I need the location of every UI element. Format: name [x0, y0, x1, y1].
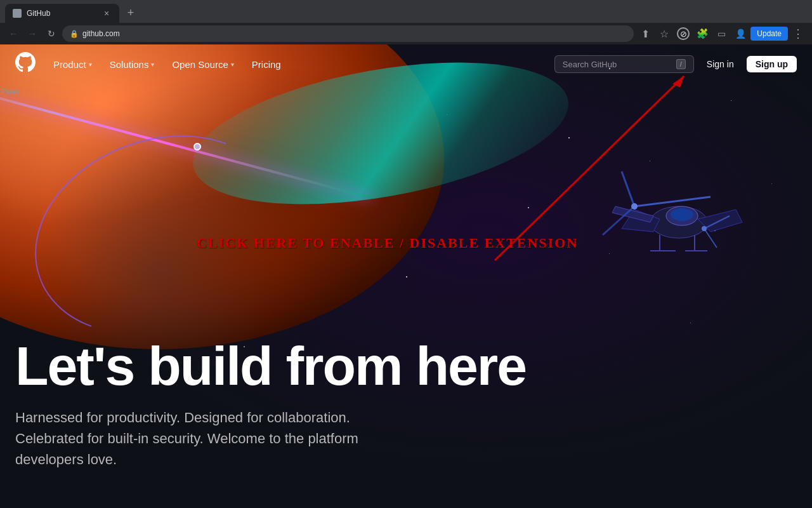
pricing-label: Pricing — [252, 59, 281, 70]
bookmark-button[interactable]: ☆ — [655, 25, 673, 43]
product-label: Product — [53, 59, 86, 70]
sidebar-button[interactable]: ▭ — [712, 25, 730, 43]
bookmark-icon: ☆ — [660, 28, 669, 40]
search-box[interactable]: Search GitHub / — [554, 55, 694, 73]
tab-favicon — [13, 9, 22, 18]
extension-icon: ⊘ — [677, 27, 690, 40]
nav-item-product[interactable]: Product ▾ — [46, 55, 100, 74]
github-nav: Product ▾ Solutions ▾ Open Source ▾ Pric… — [0, 44, 812, 84]
update-button[interactable]: Update — [750, 27, 788, 41]
search-placeholder: Search GitHub — [563, 60, 617, 69]
sidebar-icon: ▭ — [717, 29, 725, 39]
puzzle-icon: 🧩 — [697, 28, 709, 39]
github-logo[interactable] — [15, 52, 36, 77]
back-button[interactable]: ← — [5, 25, 22, 42]
reload-button[interactable]: ↻ — [43, 25, 60, 42]
nav-items: Product ▾ Solutions ▾ Open Source ▾ Pric… — [46, 55, 554, 74]
product-chevron: ▾ — [89, 61, 92, 68]
hero-section: Let's build from here Harnessed for prod… — [0, 337, 812, 470]
forward-icon: → — [28, 29, 37, 39]
open-source-chevron: ▾ — [231, 61, 234, 68]
reload-icon: ↻ — [48, 29, 55, 39]
hero-title: Let's build from here — [15, 337, 797, 394]
nav-item-pricing[interactable]: Pricing — [244, 55, 289, 74]
menu-button[interactable]: ⋮ — [789, 25, 807, 43]
profile-icon: 👤 — [735, 29, 746, 39]
orbit-dot — [193, 143, 201, 150]
tab-bar: GitHub × + — [0, 0, 812, 23]
lock-icon: 🔒 — [70, 30, 79, 38]
back-icon: ← — [9, 29, 18, 39]
svg-point-2 — [671, 208, 693, 221]
new-tab-button[interactable]: + — [122, 4, 140, 22]
share-icon: ⬆ — [641, 28, 650, 40]
svg-point-8 — [631, 203, 638, 210]
share-button[interactable]: ⬆ — [636, 25, 654, 43]
spacecraft — [584, 159, 761, 298]
hero-subtitle-line2: Celebrated for built-in security. Welcom… — [15, 431, 358, 446]
svg-line-5 — [634, 197, 710, 206]
svg-line-6 — [622, 171, 634, 206]
hero-subtitle-line3: developers love. — [15, 451, 117, 467]
open-source-label: Open Source — [172, 59, 228, 70]
forward-button[interactable]: → — [24, 25, 41, 42]
sign-in-button[interactable]: Sign in — [702, 56, 739, 72]
tab-close-button[interactable]: × — [102, 8, 112, 18]
panel-label: Panel — [1, 88, 19, 95]
hero-subtitle-line1: Harnessed for productivity. Designed for… — [15, 410, 350, 425]
search-shortcut: / — [676, 59, 686, 69]
sign-up-button[interactable]: Sign up — [747, 56, 797, 72]
extensions-button[interactable]: 🧩 — [693, 25, 711, 43]
solutions-label: Solutions — [110, 59, 149, 70]
browser-chrome: GitHub × + ← → ↻ 🔒 github.com ⬆ ☆ — [0, 0, 812, 44]
tab-title: GitHub — [27, 9, 96, 18]
address-bar[interactable]: 🔒 github.com — [62, 25, 634, 42]
browser-toolbar: ← → ↻ 🔒 github.com ⬆ ☆ ⊘ 🧩 — [0, 23, 812, 44]
extension-button[interactable]: ⊘ — [674, 25, 692, 43]
active-tab[interactable]: GitHub × — [5, 4, 119, 23]
profile-button[interactable]: 👤 — [731, 25, 749, 43]
url-text: github.com — [82, 29, 626, 38]
hero-subtitle: Harnessed for productivity. Designed for… — [15, 407, 459, 470]
menu-icon: ⋮ — [792, 27, 804, 41]
github-page: Product ▾ Solutions ▾ Open Source ▾ Pric… — [0, 44, 812, 508]
nav-item-open-source[interactable]: Open Source ▾ — [164, 55, 241, 74]
nav-item-solutions[interactable]: Solutions ▾ — [102, 55, 162, 74]
nav-right: Search GitHub / Sign in Sign up — [554, 55, 797, 73]
toolbar-actions: ⬆ ☆ ⊘ 🧩 ▭ 👤 Update ⋮ — [636, 25, 807, 43]
solutions-chevron: ▾ — [151, 61, 154, 68]
svg-point-12 — [702, 226, 707, 231]
